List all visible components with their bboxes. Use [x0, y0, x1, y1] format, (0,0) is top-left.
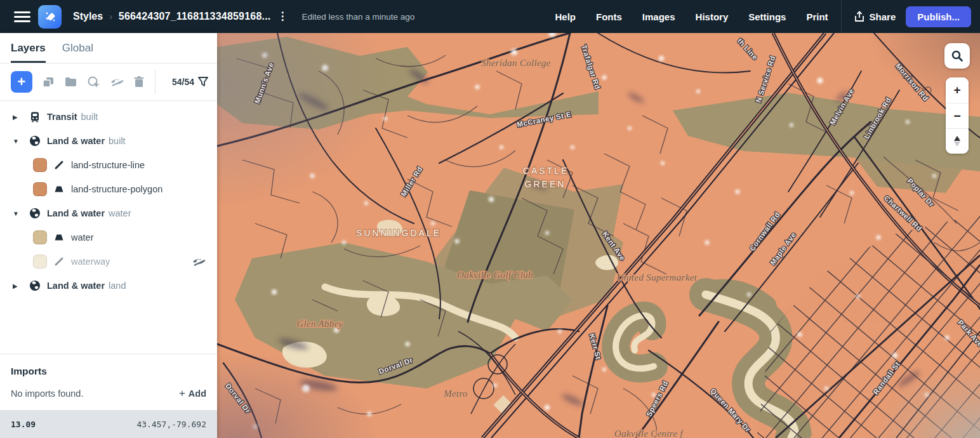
select-on-map-icon[interactable] [87, 76, 100, 89]
map-label: Glen Abbey [296, 319, 343, 329]
map-controls: + − [944, 43, 970, 154]
edited-status: Edited less than a minute ago [301, 12, 414, 22]
style-options-kebab-icon[interactable]: ⋮ [277, 13, 288, 20]
compass-south-icon [954, 142, 960, 147]
compass-north-icon [954, 136, 960, 141]
toolbar-divider [155, 70, 156, 94]
group-label: Transit [47, 112, 77, 122]
layer-color-swatch[interactable] [33, 158, 47, 172]
publish-button[interactable]: Publish... [906, 6, 971, 27]
map-render: Sheridan CollegeTrafalgar Rdth LineN Ser… [217, 33, 980, 438]
add-import-button[interactable]: +Add [179, 387, 206, 400]
plus-icon: + [179, 387, 185, 400]
layer-group-landwater-land[interactable]: ▶ Land & water land [0, 274, 217, 298]
delete-layer-icon[interactable] [133, 76, 145, 88]
zoom-out-button[interactable]: − [946, 103, 969, 128]
imports-empty-text: No imports found. [11, 388, 83, 399]
map-label: CASTLE [523, 166, 569, 176]
layer-label: land-structure-polygon [71, 184, 162, 194]
group-label: Land & water [47, 136, 105, 146]
globe-icon [29, 280, 41, 291]
mapbox-studio-logo[interactable] [38, 5, 62, 29]
spray-can-icon [43, 10, 57, 23]
tab-global[interactable]: Global [62, 42, 93, 63]
vignette [699, 236, 980, 438]
breadcrumb-styles[interactable]: Styles [73, 11, 103, 22]
polygon-type-icon [54, 184, 64, 194]
layer-color-swatch[interactable] [33, 230, 47, 244]
layer-row-waterway[interactable]: waterway [0, 249, 217, 274]
layers-panel: Layers Global + 54/54 [0, 33, 217, 438]
globe-icon [29, 135, 41, 147]
map-search-button[interactable] [944, 43, 970, 69]
compass-bearing-button[interactable] [946, 128, 969, 154]
expand-arrow-icon[interactable]: ▶ [13, 114, 22, 121]
zoom-in-button[interactable]: + [946, 77, 969, 103]
hide-layer-icon[interactable] [110, 76, 124, 88]
layer-group-landwater-built[interactable]: ▼ Land & water built [0, 129, 217, 153]
nav-history[interactable]: History [685, 11, 739, 22]
group-suffix: built [81, 112, 98, 122]
search-icon [951, 50, 963, 62]
layer-row-water[interactable]: water [0, 225, 217, 249]
share-button[interactable]: Share [844, 11, 906, 22]
imports-section: Imports No imports found. +Add [0, 354, 217, 410]
map-label: GREEN [525, 179, 566, 189]
topbar-divider [841, 0, 842, 33]
transit-icon [29, 111, 41, 123]
zoom-level: 13.09 [11, 420, 36, 429]
top-nav: Help Fonts Images History Settings Print… [545, 0, 980, 33]
add-layer-button[interactable]: + [11, 71, 32, 93]
layer-color-swatch[interactable] [33, 182, 47, 196]
group-label: Land & water [47, 281, 105, 291]
nav-settings[interactable]: Settings [738, 11, 796, 22]
line-type-icon [54, 256, 64, 267]
panel-tabs: Layers Global [0, 33, 217, 63]
style-name[interactable]: 566424307_116811334859168... [119, 11, 271, 22]
layer-list: ▶ Transit built ▼ Land & water built [0, 101, 217, 298]
map-status-bar: 13.09 43.457,-79.692 [0, 410, 217, 438]
layers-toolbar: + 54/54 [0, 63, 217, 101]
hamburger-menu-icon[interactable] [14, 9, 30, 25]
map-canvas[interactable]: Sheridan CollegeTrafalgar Rdth LineN Ser… [217, 33, 980, 438]
share-icon [854, 11, 864, 22]
line-type-icon [54, 160, 64, 170]
layer-group-transit-built[interactable]: ▶ Transit built [0, 105, 217, 129]
group-suffix: land [109, 281, 126, 291]
nav-images[interactable]: Images [632, 11, 685, 22]
top-bar: Styles › 566424307_116811334859168... ⋮ … [0, 0, 980, 33]
layer-hidden-eye-off-icon[interactable] [192, 255, 206, 268]
collapse-arrow-icon[interactable]: ▼ [13, 210, 22, 217]
map-label: Oakville Golf Club [457, 270, 533, 280]
globe-icon [29, 208, 41, 219]
map-label: Sheridan College [481, 58, 550, 68]
group-folder-icon[interactable] [64, 76, 77, 88]
layer-label: water [71, 232, 93, 242]
map-label: Oakville Centre f [614, 428, 684, 438]
zoom-control: + − [946, 77, 969, 154]
layer-label: land-structure-line [71, 160, 145, 170]
layer-color-swatch[interactable] [33, 255, 47, 269]
map-label: United Supermarket [617, 272, 698, 282]
map-label: Metro [443, 388, 468, 399]
layer-group-landwater-water[interactable]: ▼ Land & water water [0, 201, 217, 225]
expand-arrow-icon[interactable]: ▶ [13, 282, 22, 289]
polygon-type-icon [54, 232, 64, 242]
filter-icon[interactable] [198, 77, 208, 87]
group-suffix: water [109, 208, 131, 218]
breadcrumb-chevron-icon: › [109, 11, 112, 22]
cursor-coordinates: 43.457,-79.692 [136, 420, 206, 429]
vignette [217, 223, 573, 438]
layer-count: 54/54 [172, 77, 194, 87]
collapse-arrow-icon[interactable]: ▼ [13, 138, 22, 145]
share-label: Share [870, 11, 896, 22]
duplicate-icon[interactable] [42, 76, 55, 88]
group-suffix: built [109, 136, 126, 146]
nav-fonts[interactable]: Fonts [586, 11, 632, 22]
nav-help[interactable]: Help [545, 11, 586, 22]
layer-row-land-structure-polygon[interactable]: land-structure-polygon [0, 177, 217, 201]
layer-label: waterway [71, 256, 110, 267]
nav-print[interactable]: Print [796, 11, 838, 22]
layer-row-land-structure-line[interactable]: land-structure-line [0, 153, 217, 177]
tab-layers[interactable]: Layers [11, 42, 46, 63]
